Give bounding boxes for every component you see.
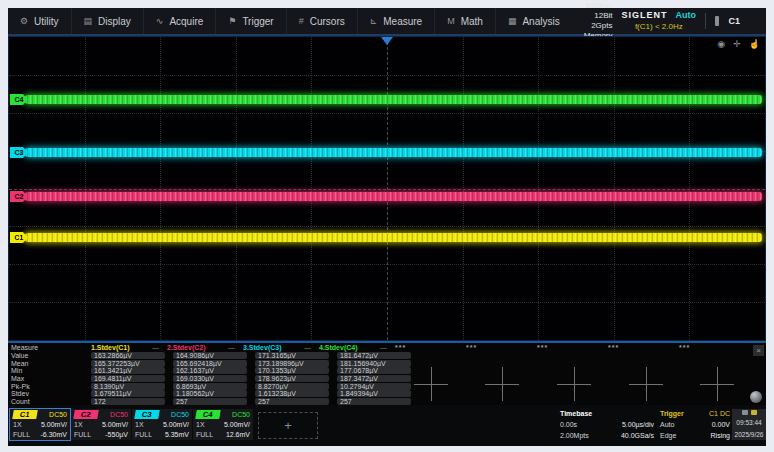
- measure-col-3[interactable]: 3.Stdev(C3) —: [243, 344, 319, 351]
- channel-descriptor-c4[interactable]: C4 DC50 1X 5.00mV/ FULL 12.6mV: [193, 409, 253, 440]
- trace-c2: [25, 192, 762, 201]
- measure-row-value: Value 163.2866µV 164.9086µV 171.3165µV 1…: [8, 352, 766, 360]
- lan-icon: [742, 410, 748, 415]
- trigger-frequency: f(C1) < 2.0Hz: [622, 21, 697, 32]
- value-c3: 171.3165µV: [255, 352, 329, 359]
- row-label: Stdev: [11, 390, 91, 397]
- math-icon: M: [447, 16, 455, 26]
- menu-items: ⚙ Utility ▤ Display ∿ Acquire ⚑ Trigger …: [8, 8, 572, 34]
- channel-scale: 5.00mV/: [102, 420, 128, 429]
- channel-descriptor-c2[interactable]: C2 DC50 1X 5.00mV/ FULL -550µV: [71, 409, 131, 440]
- channel-coupling: DC50: [110, 410, 128, 419]
- menu-utility-label: Utility: [34, 16, 58, 27]
- measure-col-2[interactable]: 2.Stdev(C2) —: [167, 344, 243, 351]
- trigger-coupling: DC: [720, 410, 730, 417]
- grid-center-hline: [9, 189, 765, 190]
- grid-line: [9, 113, 765, 114]
- grid-line: [9, 226, 765, 227]
- pkpk-c1: 8.1390µV: [91, 383, 165, 390]
- timebase-sample-rate: 40.0GSa/s: [621, 431, 654, 440]
- close-icon[interactable]: ×: [753, 345, 764, 356]
- trigger-level: 0.00V: [712, 420, 730, 429]
- menu-display[interactable]: ▤ Display: [72, 8, 144, 34]
- add-measurement-button[interactable]: [485, 367, 519, 401]
- channel-offset: 5.35mV: [165, 430, 189, 439]
- menu-analysis-label: Analysis: [522, 16, 559, 27]
- add-trace-button[interactable]: +: [258, 412, 318, 439]
- channel-id: C4: [195, 410, 220, 419]
- max-c3: 178.9623µV: [255, 375, 329, 382]
- count-c3: 257: [255, 398, 329, 405]
- menu-analysis[interactable]: ▦ Analysis: [496, 8, 572, 34]
- value-c1: 163.2866µV: [91, 352, 165, 359]
- empty-measure-slot-header: ***: [608, 344, 679, 351]
- measure-col-3-label: 3.Stdev(C3): [243, 344, 282, 351]
- analysis-icon: ▦: [508, 16, 517, 26]
- waveform-display[interactable]: ◉ ✛ ☝ C4 C3 C2 C1: [8, 36, 766, 341]
- timebase-points: 2.00Mpts: [560, 431, 589, 440]
- value-c2: 164.9086µV: [173, 352, 247, 359]
- menu-trigger[interactable]: ⚑ Trigger: [216, 8, 286, 34]
- row-label: Count: [11, 398, 91, 405]
- empty-measure-slot-header: ***: [679, 344, 750, 351]
- active-channel-indicator[interactable]: C1: [728, 16, 758, 26]
- row-label: Min: [11, 367, 91, 374]
- display-icon: ▤: [84, 16, 93, 26]
- channel-id: C3: [134, 410, 159, 419]
- channel-attenuation: 1X: [74, 420, 83, 429]
- bandwidth-memory-info: 16GHz-12Bit 2Gpts Memory: [572, 1, 613, 41]
- measure-header-row: Measure 1.Stdev(C1) — 2.Stdev(C2) — 3.St…: [8, 343, 766, 352]
- add-measurement-button[interactable]: [557, 367, 591, 401]
- menu-cursors[interactable]: # Cursors: [287, 8, 358, 34]
- channel-id: C1: [12, 410, 37, 419]
- menu-measure[interactable]: ⊾ Measure: [358, 8, 435, 34]
- mean-c1: 165.372253µV: [91, 360, 165, 367]
- gear-icon: ⚙: [20, 16, 28, 26]
- measure-col-4-label: 4.Stdev(C4): [319, 344, 358, 351]
- add-measurement-button[interactable]: [629, 367, 663, 401]
- measure-col-4[interactable]: 4.Stdev(C4) —: [319, 344, 395, 351]
- measure-col-1[interactable]: 1.Stdev(C1) —: [91, 344, 167, 351]
- trigger-descriptor[interactable]: Trigger C1 DC Auto 0.00V Edge Rising: [660, 409, 730, 440]
- col-separator: —: [228, 344, 235, 351]
- pan-icon[interactable]: ✛: [733, 38, 741, 50]
- menu-measure-label: Measure: [383, 16, 422, 27]
- brand-block: SIGLENT Auto f(C1) < 2.0Hz: [622, 10, 697, 32]
- flag-icon: ⚑: [228, 16, 236, 26]
- menu-trigger-label: Trigger: [242, 16, 273, 27]
- channel-bandwidth: FULL: [74, 430, 91, 439]
- display-toolbar: ◉ ✛ ☝: [717, 38, 760, 50]
- channel-offset: 12.6mV: [226, 430, 250, 439]
- plus-icon: +: [284, 418, 292, 433]
- channel-descriptor-c3[interactable]: C3 DC50 1X 5.00mV/ FULL 5.35mV: [132, 409, 192, 440]
- measure-icon: ⊾: [370, 16, 378, 26]
- channel-bandwidth: FULL: [135, 430, 152, 439]
- camera-icon[interactable]: ◉: [717, 38, 725, 50]
- row-label: Pk-Pk: [11, 383, 91, 390]
- menu-cursors-label: Cursors: [310, 16, 345, 27]
- measure-col-2-label: 2.Stdev(C2): [167, 344, 206, 351]
- clock-time: 09:53:44: [736, 419, 761, 427]
- row-label: Mean: [11, 360, 91, 367]
- pkpk-c2: 6.8693µV: [173, 383, 247, 390]
- trigger-position-marker[interactable]: [381, 37, 393, 45]
- add-measurement-button[interactable]: [700, 367, 734, 401]
- scope-screen: ⚙ Utility ▤ Display ∿ Acquire ⚑ Trigger …: [8, 8, 766, 446]
- min-c2: 162.1637µV: [173, 367, 247, 374]
- acquisition-status[interactable]: Auto: [676, 10, 697, 21]
- pkpk-c4: 10.2794µV: [337, 383, 411, 390]
- menu-math[interactable]: M Math: [435, 8, 496, 34]
- channel-scale: 5.00mV/: [224, 420, 250, 429]
- panel-handle-button[interactable]: [750, 391, 762, 403]
- channel-descriptor-c1[interactable]: C1 DC50 1X 5.00mV/ FULL -6.30mV: [10, 409, 70, 440]
- touch-icon[interactable]: ☝: [749, 38, 760, 50]
- min-c4: 177.0678µV: [337, 367, 411, 374]
- col-separator: —: [304, 344, 311, 351]
- menu-display-label: Display: [98, 16, 131, 27]
- empty-measure-slot-header: ***: [466, 344, 537, 351]
- menu-utility[interactable]: ⚙ Utility: [8, 8, 72, 34]
- menubar-divider: [705, 13, 706, 29]
- timebase-descriptor[interactable]: Timebase 0.00s 5.00µs/div 2.00Mpts 40.0G…: [560, 409, 654, 440]
- menu-acquire[interactable]: ∿ Acquire: [144, 8, 216, 34]
- add-measurement-button[interactable]: [414, 367, 448, 401]
